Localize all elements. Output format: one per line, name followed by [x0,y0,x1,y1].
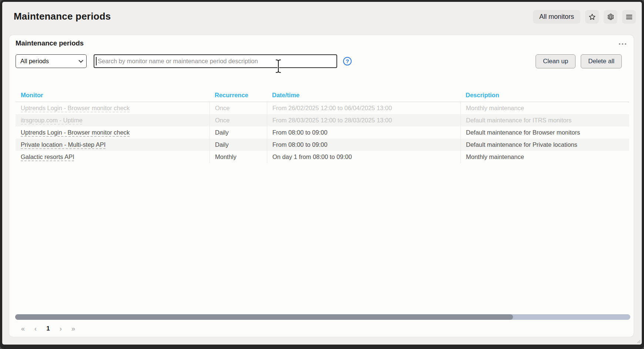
page-title: Maintenance periods [14,11,111,22]
gear-icon [607,13,615,21]
datetime-cell: From 26/02/2025 12:00 to 06/04/2025 13:0… [267,102,460,114]
datetime-cell: From 08:00 to 09:00 [267,126,460,139]
topbar-actions: All monitors [533,10,636,24]
pagination-last-button[interactable]: » [69,324,77,333]
settings-button[interactable] [604,10,617,24]
column-header-recurrence[interactable]: Recurrence [209,92,267,99]
main-menu-button[interactable] [622,10,636,24]
maintenance-periods-page: Maintenance periods All monitors Maint [2,2,642,345]
star-icon [588,13,596,21]
chevron-down-icon [78,58,83,63]
clean-up-button[interactable]: Clean up [536,54,576,68]
recurrence-cell: Once [209,114,267,126]
maintenance-periods-card: Maintenance periods All periods ? Clean … [9,35,634,337]
menu-icon [625,13,633,21]
datetime-cell: From 08:00 to 09:00 [267,139,460,151]
table-row: Private location - Multi-step API Daily … [16,139,629,151]
table-row: Uptrends Login - Browser monitor check D… [16,126,629,139]
all-monitors-button[interactable]: All monitors [533,10,580,24]
help-icon[interactable]: ? [343,57,352,65]
datetime-cell: On day 1 from 08:00 to 09:00 [267,151,460,163]
period-filter-value: All periods [20,58,49,65]
pagination: « ‹ 1 › » [19,324,77,333]
card-title: Maintenance periods [16,39,84,47]
datetime-cell: From 28/03/2025 12:00 to 28/03/2025 13:0… [267,114,460,126]
recurrence-cell: Once [209,102,267,114]
description-cell: Default maintenance for Private location… [460,139,629,151]
pagination-next-button[interactable]: › [57,324,65,333]
description-cell: Default maintenance for ITRS monitors [460,114,629,126]
window-frame: Maintenance periods All monitors Maint [0,0,644,349]
table-header-row: Monitor Recurrence Date/time Description [16,89,629,102]
maintenance-periods-table: Monitor Recurrence Date/time Description… [16,89,629,163]
pagination-first-button[interactable]: « [19,324,27,333]
table-row: Galactic resorts API Monthly On day 1 fr… [16,151,629,163]
monitor-link[interactable]: Private location - Multi-step API [21,141,105,148]
monitor-link[interactable]: Uptrends Login - Browser monitor check [21,105,130,112]
monitor-link[interactable]: itrsgroup.com - Uptime [21,117,83,124]
more-options-icon[interactable] [617,42,628,46]
monitor-link[interactable]: Galactic resorts API [21,153,74,160]
horizontal-scrollbar-track[interactable] [15,314,630,320]
horizontal-scrollbar-thumb[interactable] [15,314,513,320]
table-row: Uptrends Login - Browser monitor check O… [16,102,629,114]
period-filter-select[interactable]: All periods [16,54,87,68]
search-input[interactable] [94,54,337,68]
recurrence-cell: Monthly [209,151,267,163]
monitor-link[interactable]: Uptrends Login - Browser monitor check [21,129,130,136]
table-row: itrsgroup.com - Uptime Once From 28/03/2… [16,114,629,126]
delete-all-button[interactable]: Delete all [581,54,622,68]
column-header-datetime[interactable]: Date/time [267,92,460,99]
description-cell: Monthly maintenance [460,151,629,163]
resize-handle-icon[interactable] [637,340,641,343]
description-cell: Monthly maintenance [460,102,629,114]
recurrence-cell: Daily [209,139,267,151]
column-header-description[interactable]: Description [460,92,629,99]
pagination-current-page: 1 [44,324,52,333]
favorite-button[interactable] [585,10,599,24]
pagination-prev-button[interactable]: ‹ [31,324,40,333]
description-cell: Default maintenance for Browser monitors [460,126,629,139]
text-caret [96,57,97,65]
column-header-monitor[interactable]: Monitor [16,92,209,99]
recurrence-cell: Daily [209,126,267,139]
card-action-buttons: Clean up Delete all [536,54,622,68]
